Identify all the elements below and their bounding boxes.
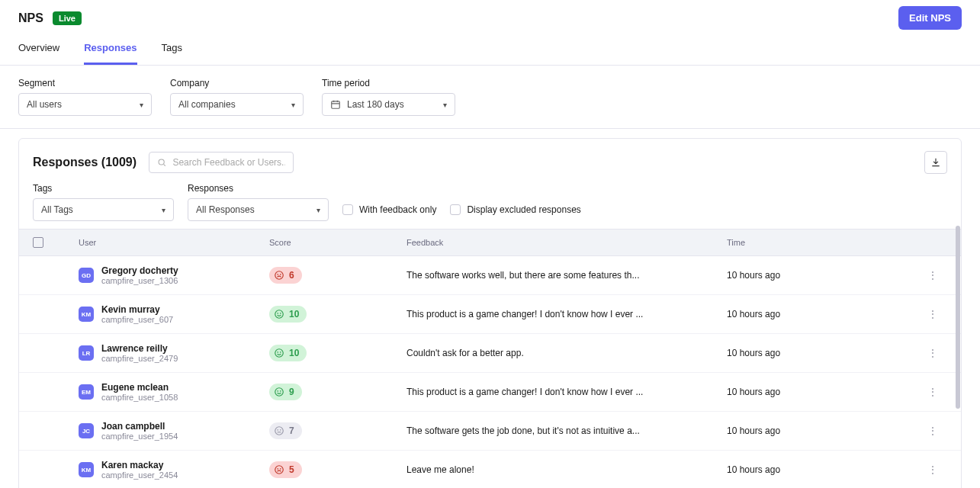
with-feedback-checkbox[interactable]: With feedback only [342,204,436,215]
table-header: User Score Feedback Time [19,229,961,256]
search-icon [157,157,166,168]
checkbox-icon [342,204,353,215]
company-value: All companies [178,99,236,110]
table-row[interactable]: EMEugene mcleancampfire_user_10589This p… [19,373,961,412]
time-value: Last 180 days [347,99,404,110]
score-value: 5 [289,464,294,475]
tab-tags[interactable]: Tags [162,42,182,65]
svg-point-19 [280,469,281,470]
table-row[interactable]: JCJoan campbellcampfire_user_19547The so… [19,412,961,451]
responses-title: Responses (1009) [33,156,137,169]
svg-point-18 [278,469,278,470]
score-pill: 5 [269,461,302,478]
search-input[interactable] [172,157,285,168]
svg-point-10 [280,352,281,353]
row-more-button[interactable]: ⋮ [910,464,956,475]
chevron-down-icon: ▾ [140,101,143,109]
score-pill: 10 [269,345,307,361]
time-period-select[interactable]: Last 180 days ▾ [322,93,455,116]
svg-point-6 [278,313,278,314]
feedback-text: The software gets the job done, but it's… [406,425,712,436]
row-more-button[interactable]: ⋮ [910,387,956,397]
company-select[interactable]: All companies ▾ [170,93,304,116]
chevron-down-icon: ▾ [162,206,165,214]
svg-point-1 [159,159,164,165]
avatar: JC [79,423,94,438]
table-row[interactable]: KMKevin murraycampfire_user_60710This pr… [19,295,961,334]
chevron-down-icon: ▾ [316,206,320,214]
tab-responses[interactable]: Responses [84,42,137,65]
svg-point-12 [278,391,278,392]
user-subtitle: campfire_user_2454 [101,470,178,480]
score-value: 6 [289,270,294,281]
user-subtitle: campfire_user_1306 [101,276,178,285]
user-subtitle: campfire_user_607 [101,315,173,324]
user-name: Lawrence reilly [101,343,178,354]
time-text: 10 hours ago [727,309,910,319]
tabs: OverviewResponsesTags [0,30,980,66]
col-time: Time [727,238,910,247]
tags-select[interactable]: All Tags ▾ [33,198,174,221]
row-more-button[interactable]: ⋮ [910,270,956,281]
feedback-text: The software works well, but there are s… [406,270,712,281]
frown-icon [274,270,284,281]
live-badge: Live [53,11,82,25]
user-subtitle: campfire_user_1954 [101,432,178,441]
feedback-text: This product is a game changer! I don't … [406,387,712,397]
excluded-checkbox[interactable]: Display excluded responses [450,204,580,215]
with-feedback-label: With feedback only [359,204,436,215]
chevron-down-icon: ▾ [291,101,295,109]
checkbox-icon [450,204,461,215]
score-pill: 6 [269,267,302,284]
svg-point-9 [278,352,278,353]
smile-icon [274,387,284,397]
segment-value: All users [27,99,62,110]
table-row[interactable]: KMKaren mackaycampfire_user_24545Leave m… [19,451,961,488]
feedback-text: Leave me alone! [406,464,712,475]
chevron-down-icon: ▾ [443,101,447,109]
svg-point-14 [275,427,284,435]
svg-point-13 [280,391,281,392]
user-name: Gregory docherty [101,265,178,276]
table-row[interactable]: LRLawrence reillycampfire_user_247910Cou… [19,334,961,373]
user-name: Kevin murray [101,304,173,315]
scrollbar-thumb[interactable] [956,226,960,409]
search-input-wrapper[interactable] [149,152,294,173]
user-subtitle: campfire_user_2479 [101,354,178,363]
select-all-checkbox[interactable] [33,237,43,248]
score-value: 10 [289,309,299,319]
avatar: GD [79,268,94,283]
table-row[interactable]: GDGregory dochertycampfire_user_13066The… [19,256,961,295]
feedback-text: This product is a game changer! I don't … [406,309,712,319]
score-pill: 9 [269,384,302,400]
row-more-button[interactable]: ⋮ [910,425,956,436]
time-label: Time period [322,78,455,88]
time-text: 10 hours ago [727,464,910,475]
frown-icon [274,464,284,475]
tab-overview[interactable]: Overview [18,42,59,65]
score-value: 10 [289,348,299,358]
time-text: 10 hours ago [727,425,910,436]
row-more-button[interactable]: ⋮ [910,309,956,319]
responses-panel: Responses (1009) Tags All Tags ▾ Respons… [18,138,962,488]
svg-point-7 [280,313,281,314]
svg-rect-0 [332,101,340,108]
responses-filter-select[interactable]: All Responses ▾ [188,198,329,221]
download-button[interactable] [924,151,947,174]
edit-nps-button[interactable]: Edit NPS [898,6,962,30]
time-text: 10 hours ago [727,348,910,358]
svg-point-8 [275,349,284,358]
svg-point-2 [275,271,284,280]
score-value: 7 [289,425,294,436]
row-more-button[interactable]: ⋮ [910,348,956,358]
col-user: User [79,238,269,247]
avatar: EM [79,384,94,400]
avatar: KM [79,462,94,477]
svg-point-16 [280,430,281,431]
responses-filter-value: All Responses [196,204,255,215]
segment-label: Segment [18,78,152,88]
svg-point-11 [275,388,284,396]
svg-point-4 [280,274,281,275]
segment-select[interactable]: All users ▾ [18,93,152,116]
top-filters: Segment All users ▾ Company All companie… [0,66,980,129]
